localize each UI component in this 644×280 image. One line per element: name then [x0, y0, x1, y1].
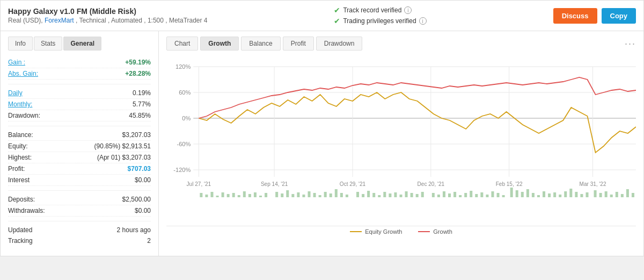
withdrawals-value: $0.00 [135, 207, 151, 214]
svg-rect-38 [281, 193, 283, 197]
abs-gain-label[interactable]: Abs. Gain: [8, 70, 38, 77]
svg-text:Dec 20, '21: Dec 20, '21 [418, 181, 445, 187]
svg-rect-59 [399, 195, 402, 197]
svg-text:-60%: -60% [177, 141, 191, 147]
svg-rect-75 [491, 191, 494, 197]
svg-rect-85 [548, 193, 551, 197]
verified2-text: Trading privileges verified [343, 17, 416, 25]
profit-value: $707.03 [128, 165, 151, 173]
equity-label: Equity: [8, 142, 28, 150]
track-record-verified: ✔ Track record verified i [334, 6, 426, 15]
svg-rect-93 [594, 190, 597, 197]
svg-rect-95 [605, 191, 608, 197]
svg-rect-42 [302, 195, 305, 197]
forexmart-link[interactable]: ForexMart [45, 17, 74, 24]
svg-text:0%: 0% [182, 115, 191, 121]
chart-tab-growth[interactable]: Growth [200, 37, 239, 51]
svg-rect-78 [510, 188, 513, 197]
verified1-text: Track record verified [343, 6, 401, 14]
svg-rect-26 [210, 192, 213, 197]
header: Happy Galaxy v1.0 FM (Middle Risk) Real … [1, 1, 643, 31]
main-container: Happy Galaxy v1.0 FM (Middle Risk) Real … [0, 0, 644, 256]
svg-rect-97 [616, 192, 618, 197]
chart-tab-chart[interactable]: Chart [166, 37, 198, 51]
daily-label[interactable]: Daily [8, 89, 23, 97]
subtitle-rest: , Technical , Automated , 1:500 , MetaTr… [76, 17, 207, 24]
performance-section: Daily 0.19% Monthly: 5.77% Drawdown: 45.… [8, 84, 151, 121]
deposits-value: $2,500.00 [122, 196, 151, 203]
drawdown-row: Drawdown: 45.85% [8, 110, 151, 121]
growth-dot [418, 231, 430, 232]
svg-rect-96 [610, 195, 613, 197]
chart-tab-drawdown[interactable]: Drawdown [316, 37, 363, 51]
svg-rect-73 [480, 192, 483, 197]
tab-stats[interactable]: Stats [34, 37, 62, 51]
svg-rect-52 [362, 194, 364, 197]
meta-section: Updated 2 hours ago Tracking 2 [8, 221, 151, 246]
svg-rect-58 [394, 192, 397, 197]
svg-rect-61 [411, 193, 413, 197]
svg-rect-87 [559, 195, 561, 197]
svg-rect-57 [389, 193, 391, 197]
gain-row: Gain : +59.19% [8, 57, 151, 68]
interest-row: Interest $0.00 [8, 175, 151, 186]
discuss-button[interactable]: Discuss [553, 8, 597, 24]
svg-text:60%: 60% [179, 89, 191, 96]
svg-rect-100 [632, 193, 634, 197]
svg-rect-39 [286, 190, 289, 197]
tab-info[interactable]: Info [8, 37, 33, 51]
subtitle-text: Real (USD), [8, 17, 43, 24]
svg-rect-92 [586, 192, 588, 197]
chart-more-icon[interactable]: ··· [625, 38, 636, 49]
svg-rect-76 [497, 193, 500, 197]
svg-rect-79 [516, 190, 518, 197]
svg-rect-70 [464, 193, 467, 197]
info-icon-1[interactable]: i [404, 6, 412, 14]
svg-text:Feb 15, '22: Feb 15, '22 [496, 181, 523, 187]
gain-label[interactable]: Gain : [8, 59, 25, 66]
copy-button[interactable]: Copy [602, 8, 636, 24]
svg-rect-33 [248, 194, 251, 197]
drawdown-label: Drawdown: [8, 112, 40, 119]
svg-rect-71 [470, 191, 472, 197]
check-icon-1: ✔ [334, 6, 340, 15]
svg-rect-74 [486, 195, 488, 197]
svg-rect-60 [405, 191, 408, 197]
svg-rect-77 [502, 195, 505, 197]
daily-row: Daily 0.19% [8, 88, 151, 99]
balance-value: $3,207.03 [122, 131, 151, 139]
svg-rect-51 [356, 192, 359, 197]
updated-value: 2 hours ago [117, 226, 151, 234]
tab-general[interactable]: General [63, 37, 101, 51]
svg-rect-41 [297, 192, 299, 197]
svg-rect-29 [227, 194, 230, 197]
highest-label: Highest: [8, 154, 32, 161]
svg-rect-46 [324, 192, 327, 197]
updated-row: Updated 2 hours ago [8, 225, 151, 235]
svg-rect-99 [626, 189, 629, 197]
strategy-title: Happy Galaxy v1.0 FM (Middle Risk) [8, 7, 208, 16]
svg-rect-50 [346, 195, 348, 197]
monthly-label[interactable]: Monthly: [8, 100, 32, 108]
chart-tab-profit[interactable]: Profit [283, 37, 314, 51]
daily-value: 0.19% [133, 89, 151, 97]
svg-rect-28 [222, 192, 224, 197]
chart-tab-balance[interactable]: Balance [241, 37, 280, 51]
svg-rect-35 [259, 196, 262, 197]
info-icon-2[interactable]: i [419, 17, 427, 25]
svg-rect-67 [448, 193, 451, 197]
deposits-section: Deposits: $2,500.00 Withdrawals: $0.00 [8, 190, 151, 217]
svg-rect-80 [521, 192, 524, 197]
tracking-row: Tracking 2 [8, 235, 151, 246]
abs-gain-row: Abs. Gain: +28.28% [8, 68, 151, 80]
svg-rect-27 [216, 196, 219, 197]
highest-row: Highest: (Apr 01) $3,207.03 [8, 152, 151, 163]
svg-rect-24 [200, 193, 202, 197]
svg-rect-30 [232, 193, 235, 197]
chart-tabs-row: Chart Growth Balance Profit Drawdown ··· [159, 37, 643, 51]
highest-value: (Apr 01) $3,207.03 [97, 154, 151, 161]
svg-rect-82 [532, 193, 535, 197]
profit-label: Profit: [8, 165, 25, 173]
profit-row: Profit: $707.03 [8, 163, 151, 175]
svg-text:Jul 27, '21: Jul 27, '21 [187, 181, 211, 187]
